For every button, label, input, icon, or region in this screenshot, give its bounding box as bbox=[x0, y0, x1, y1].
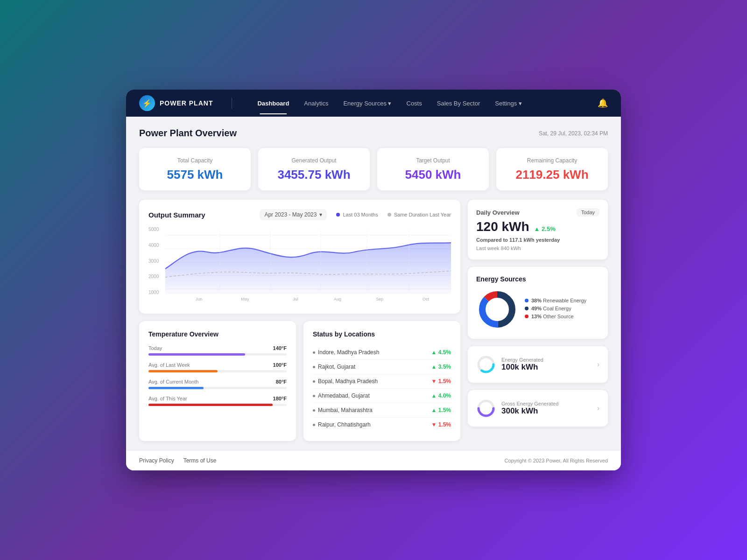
gross-gen-label: Gross Energy Generated bbox=[501, 401, 592, 406]
donut-svg bbox=[476, 288, 518, 330]
donut-color-other bbox=[525, 315, 529, 318]
stat-value-generated-output: 3455.75 kWh bbox=[268, 168, 360, 182]
donut-legend-coal: 49% Coal Energy bbox=[525, 306, 586, 311]
stat-label-target-output: Target Output bbox=[387, 157, 479, 164]
date-range-button[interactable]: Apr 2023 - May 2023 ▾ bbox=[260, 209, 327, 220]
nav-item-dashboard[interactable]: Dashboard bbox=[251, 97, 296, 110]
daily-header: Daily Overview Today bbox=[476, 208, 599, 217]
temperature-title: Temperature Overview bbox=[148, 330, 287, 338]
stat-value-target-output: 5450 kWh bbox=[387, 168, 479, 182]
energy-gen-row: Energy Generated 100k kWh › bbox=[476, 355, 599, 374]
progress-fill-this-year bbox=[148, 404, 273, 406]
status-location-bopal: Bopal, Madhya Pradesh bbox=[313, 378, 378, 385]
gross-gen-value: 300k kWh bbox=[501, 406, 592, 416]
progress-fill-last-week bbox=[148, 370, 218, 372]
energy-gen-arrow[interactable]: › bbox=[597, 360, 599, 369]
nav-item-settings[interactable]: Settings ▾ bbox=[488, 97, 529, 110]
legend-item-last-3months: Last 03 Months bbox=[336, 212, 378, 217]
status-change-ahmedabad: ▲ 4.0% bbox=[431, 392, 451, 399]
status-row-indore: Indore, Madhya Pradesh ▲ 4.5% bbox=[313, 345, 451, 360]
temp-row-this-year: Avg. of This Year 180°F bbox=[148, 396, 287, 406]
svg-text:Jul: Jul bbox=[293, 297, 298, 301]
page-datetime: Sat, 29 Jul, 2023, 02:34 PM bbox=[539, 130, 608, 137]
gross-gen-row: Gross Energy Generated 300k kWh › bbox=[476, 399, 599, 418]
donut-legend-renewable: 38% Renewable Energy bbox=[525, 298, 586, 303]
status-dot-mumbai bbox=[313, 409, 315, 412]
status-location-rajkot: Rajkot, Gujarat bbox=[313, 364, 355, 370]
energy-gen-ring-icon bbox=[476, 355, 496, 374]
svg-text:Oct: Oct bbox=[423, 297, 430, 301]
temp-rows: Today 140°F Avg. of Last Week bbox=[148, 345, 287, 406]
stat-label-remaining-capacity: Remaining Capacity bbox=[506, 157, 599, 164]
energy-gen-label: Energy Generated bbox=[501, 357, 592, 363]
output-summary-card: Output Summary Apr 2023 - May 2023 ▾ Las… bbox=[139, 200, 460, 314]
svg-text:Aug: Aug bbox=[334, 297, 341, 301]
status-dot-raipur bbox=[313, 424, 315, 426]
chart-header: Output Summary Apr 2023 - May 2023 ▾ Las… bbox=[148, 209, 451, 220]
donut-color-coal bbox=[525, 307, 529, 310]
donut-row: 38% Renewable Energy 49% Coal Energy 13%… bbox=[476, 288, 599, 330]
donut-legend-other: 13% Other Source bbox=[525, 314, 586, 319]
energy-generated-card: Energy Generated 100k kWh › bbox=[468, 346, 608, 383]
stat-value-remaining-capacity: 2119.25 kWh bbox=[506, 168, 599, 182]
bell-icon[interactable]: 🔔 bbox=[598, 98, 608, 108]
donut-legend: 38% Renewable Energy 49% Coal Energy 13%… bbox=[525, 298, 586, 322]
energy-sources-title: Energy Sources bbox=[476, 275, 599, 283]
footer-terms[interactable]: Terms of Use bbox=[183, 457, 217, 464]
bottom-row: Temperature Overview Today 140°F bbox=[139, 321, 460, 441]
status-row-mumbai: Mumbai, Maharashtra ▲ 1.5% bbox=[313, 403, 451, 418]
status-change-mumbai: ▲ 1.5% bbox=[431, 407, 451, 413]
status-card: Status by Locations Indore, Madhya Prade… bbox=[303, 321, 460, 441]
status-change-raipur: ▼ 1.5% bbox=[431, 421, 451, 428]
status-title: Status by Locations bbox=[313, 330, 451, 338]
progress-fill-current-month bbox=[148, 387, 204, 389]
legend-dot-blue bbox=[336, 213, 340, 217]
status-change-indore: ▲ 4.5% bbox=[431, 349, 451, 356]
gross-gen-info: Gross Energy Generated 300k kWh bbox=[501, 401, 592, 416]
stat-label-generated-output: Generated Output bbox=[268, 157, 360, 164]
energy-sources-card: Energy Sources bbox=[468, 267, 608, 339]
daily-change: ▲ 2.5% bbox=[534, 225, 556, 232]
daily-sub-last-week: Last week 840 kWh bbox=[476, 245, 599, 251]
right-column: Daily Overview Today 120 kWh ▲ 2.5% Comp… bbox=[468, 200, 608, 441]
status-rows: Indore, Madhya Pradesh ▲ 4.5% Rajkot, Gu… bbox=[313, 345, 451, 432]
stat-cards: Total Capacity 5575 kWh Generated Output… bbox=[139, 148, 608, 190]
donut-color-renewable bbox=[525, 299, 529, 302]
nav-item-sales[interactable]: Sales By Sector bbox=[430, 97, 487, 110]
energy-gen-value: 100k kWh bbox=[501, 363, 592, 372]
svg-text:May: May bbox=[241, 297, 249, 301]
temp-label-last-week: Avg. of Last Week bbox=[148, 362, 190, 368]
app-window: ⚡ POWER PLANT Dashboard Analytics Energy… bbox=[126, 90, 621, 470]
legend-dot-gray bbox=[388, 213, 391, 217]
nav-item-energy-sources[interactable]: Energy Sources ▾ bbox=[337, 97, 398, 110]
svg-text:Jun: Jun bbox=[196, 297, 203, 301]
status-location-mumbai: Mumbai, Maharashtra bbox=[313, 407, 373, 413]
brand: ⚡ POWER PLANT bbox=[139, 95, 213, 111]
y-axis-labels: 5000 4000 3000 2000 1000 bbox=[148, 227, 159, 295]
temp-label-this-year: Avg. of This Year bbox=[148, 396, 187, 401]
gross-gen-arrow[interactable]: › bbox=[597, 404, 599, 413]
temperature-card: Temperature Overview Today 140°F bbox=[139, 321, 296, 441]
temp-row-current-month: Avg. of Current Month 80°F bbox=[148, 379, 287, 389]
daily-value: 120 kWh bbox=[476, 219, 529, 234]
stat-value-total-capacity: 5575 kWh bbox=[148, 168, 241, 182]
status-row-ahmedabad: Ahmedabad, Gujarat ▲ 4.0% bbox=[313, 389, 451, 403]
footer-links: Privacy Policy Terms of Use bbox=[139, 457, 216, 464]
nav-item-analytics[interactable]: Analytics bbox=[297, 97, 335, 110]
progress-bg-this-year bbox=[148, 404, 287, 406]
svg-text:Sep: Sep bbox=[376, 297, 383, 301]
daily-sub-compare: Compared to 117.1 kWh yesterday bbox=[476, 237, 599, 243]
status-location-indore: Indore, Madhya Pradesh bbox=[313, 349, 379, 356]
main-grid: Output Summary Apr 2023 - May 2023 ▾ Las… bbox=[139, 200, 608, 441]
page-header: Power Plant Overview Sat, 29 Jul, 2023, … bbox=[139, 128, 608, 139]
left-column: Output Summary Apr 2023 - May 2023 ▾ Las… bbox=[139, 200, 460, 441]
status-location-ahmedabad: Ahmedabad, Gujarat bbox=[313, 392, 370, 399]
footer-copyright: Copyright © 2023 Power, All Rights Reser… bbox=[505, 458, 608, 463]
brand-name: POWER PLANT bbox=[160, 99, 213, 107]
output-chart-svg: Jun May Jul Aug Sep Oct bbox=[165, 227, 451, 302]
gross-energy-generated-card: Gross Energy Generated 300k kWh › bbox=[468, 390, 608, 427]
nav-item-costs[interactable]: Costs bbox=[400, 97, 429, 110]
temp-label-current-month: Avg. of Current Month bbox=[148, 379, 198, 385]
status-change-bopal: ▼ 1.5% bbox=[431, 378, 451, 385]
footer-privacy[interactable]: Privacy Policy bbox=[139, 457, 174, 464]
